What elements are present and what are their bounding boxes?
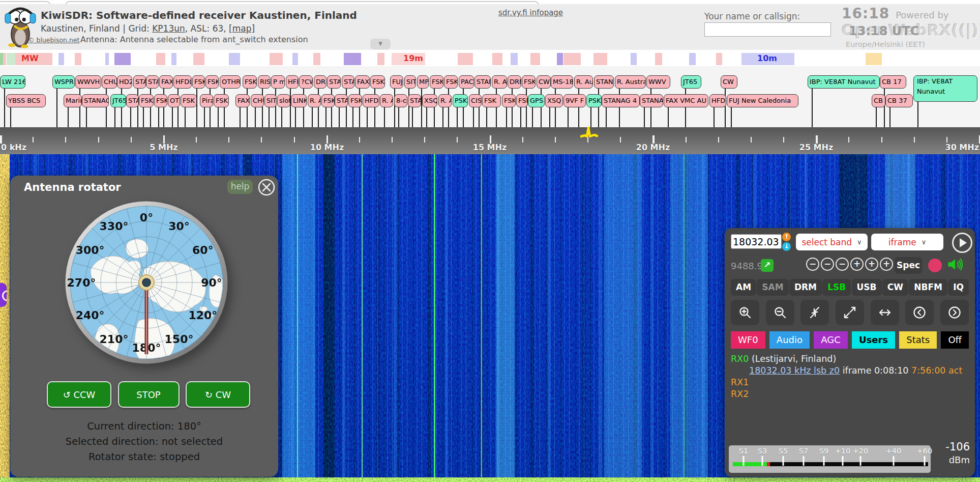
band-label-pill[interactable]: FSK bbox=[205, 75, 219, 89]
wf-fit-band-button[interactable] bbox=[871, 300, 899, 325]
band-label-pill[interactable]: STANAG bbox=[327, 75, 341, 89]
band-label-pill[interactable]: R. Australia bbox=[308, 94, 321, 107]
tuning-marker-icon[interactable] bbox=[580, 125, 602, 138]
band-label-pill[interactable]: FSK bbox=[430, 75, 443, 89]
band-label-pill[interactable]: SITOR bbox=[404, 75, 416, 89]
band-label-pill[interactable]: IBP: VE8AT Nunavut bbox=[808, 75, 880, 89]
band-label-pill[interactable]: FSK bbox=[321, 94, 335, 107]
band-label-pill[interactable]: XSQ bbox=[545, 94, 563, 107]
grid-link[interactable]: KP13un bbox=[152, 23, 185, 34]
band-label-pill[interactable]: OTHR bbox=[168, 94, 180, 107]
band-label-pill[interactable]: CHU bbox=[251, 94, 264, 107]
frequency-up-button[interactable]: ↑ bbox=[782, 233, 791, 241]
band-label-pill[interactable]: CIS bbox=[469, 94, 482, 107]
wf-zoom-out-button[interactable] bbox=[766, 300, 794, 325]
band-label-pill[interactable]: FSK bbox=[516, 94, 528, 107]
rotator-compass[interactable]: 0°30°60°90°120°150°180°210°240°270°300°3… bbox=[63, 199, 230, 366]
band-label-pill[interactable]: STANAG bbox=[408, 94, 421, 107]
band-label-pill[interactable]: Marine bbox=[64, 94, 82, 107]
rotate-ccw-button[interactable]: ↺ CCW bbox=[47, 381, 111, 408]
band-label-pill[interactable]: STANAG bbox=[342, 75, 354, 89]
band-label-pill[interactable]: STANAG bbox=[594, 75, 614, 89]
band-label-pill[interactable]: PACTOR bbox=[459, 75, 474, 89]
band-label-pill[interactable]: DRM bbox=[314, 75, 326, 89]
view-button-wf0[interactable]: WF0 bbox=[731, 331, 765, 349]
band-label-pill[interactable]: GPS bbox=[528, 94, 545, 107]
band-label-pill[interactable]: STANAG bbox=[126, 94, 139, 107]
band-label-pill[interactable]: STANAG 4 bbox=[602, 94, 640, 107]
band-label-pill[interactable]: OTHR bbox=[220, 75, 241, 89]
band-select-dropdown[interactable]: select band∨ bbox=[796, 234, 868, 250]
band-label-pill[interactable]: CW bbox=[537, 75, 551, 89]
band-label-pill[interactable]: STANAG bbox=[474, 75, 491, 89]
band-label-pill[interactable]: WWVH bbox=[75, 75, 101, 89]
band-label-pill[interactable]: FSK bbox=[348, 94, 362, 107]
band-label-pill[interactable]: HFD bbox=[286, 75, 299, 89]
band-label-pill[interactable]: CW bbox=[721, 75, 737, 89]
band-label-pill[interactable]: CB 37 bbox=[885, 94, 913, 107]
band-label-pill[interactable]: LINK bbox=[291, 94, 307, 107]
mode-button-iq[interactable]: IQ bbox=[948, 279, 969, 296]
view-button-agc[interactable]: AGC bbox=[814, 331, 848, 349]
zoom-out-max-icon[interactable]: − bbox=[806, 258, 819, 271]
bluebison-link[interactable]: © bluebison.net bbox=[28, 36, 79, 44]
play-button[interactable] bbox=[952, 233, 972, 253]
view-button-off[interactable]: Off bbox=[941, 331, 969, 349]
rx0-frequency-link[interactable]: 18032.03 kHz lsb z0 bbox=[749, 365, 840, 376]
close-button[interactable] bbox=[257, 178, 276, 196]
band-label-pill[interactable]: JT65 bbox=[110, 94, 126, 107]
band-label-pill[interactable]: JT65 bbox=[681, 75, 701, 89]
band-label-pill[interactable]: FSK bbox=[181, 94, 197, 107]
band-label-pill[interactable]: PSK bbox=[453, 94, 468, 107]
zoom-out-icon[interactable]: − bbox=[836, 258, 849, 271]
band-label-pill[interactable]: YBSS BCS bbox=[6, 94, 46, 107]
band-label-pill[interactable]: STANAG bbox=[82, 94, 109, 107]
spectrum-button[interactable]: Spec bbox=[895, 257, 922, 274]
band-label-pill[interactable]: SITOR bbox=[264, 94, 277, 107]
frequency-input[interactable] bbox=[731, 234, 782, 249]
band-label-pill[interactable]: slot bbox=[277, 94, 290, 107]
band-label-pill[interactable]: FAX bbox=[355, 75, 370, 89]
view-button-users[interactable]: Users bbox=[852, 331, 895, 349]
band-label-pill[interactable]: P mode bbox=[271, 75, 285, 89]
callsign-input[interactable] bbox=[704, 22, 831, 37]
band-label-pill[interactable]: CB bbox=[872, 94, 885, 107]
rotate-cw-button[interactable]: ↻ CW bbox=[186, 381, 250, 408]
band-label-pill[interactable]: ?CW bbox=[299, 75, 313, 89]
band-label-pill[interactable]: FSK bbox=[502, 94, 516, 107]
band-label-pill[interactable]: FUJ New Caledonia bbox=[727, 94, 798, 107]
band-label-pill[interactable]: HD2 bbox=[117, 75, 132, 89]
band-label-pill[interactable]: Pirate bbox=[200, 94, 213, 107]
band-label-pill[interactable]: R. Australia bbox=[574, 75, 593, 89]
wf-page-left-button[interactable] bbox=[905, 300, 934, 325]
band-label-pill[interactable]: HFDL bbox=[363, 94, 379, 107]
band-label-pill[interactable]: HFDL bbox=[173, 75, 192, 89]
band-label-pill[interactable]: DRM bbox=[508, 75, 521, 89]
mode-button-usb[interactable]: USB bbox=[852, 279, 882, 296]
band-label-pill[interactable]: STANAG bbox=[335, 94, 348, 107]
mode-button-cw[interactable]: CW bbox=[882, 279, 908, 296]
band-label-pill[interactable]: PSK bbox=[586, 94, 602, 107]
view-button-stats[interactable]: Stats bbox=[899, 331, 937, 349]
band-label-pill[interactable]: FAX bbox=[159, 75, 173, 89]
band-label-pill[interactable]: FSK bbox=[192, 75, 205, 89]
band-label-pill[interactable]: IBP: VE8AT Nunavut bbox=[913, 75, 977, 102]
band-label-pill[interactable]: FSK bbox=[139, 94, 154, 107]
zoom-in-icon[interactable]: + bbox=[850, 258, 864, 271]
mode-button-am[interactable]: AM bbox=[731, 279, 756, 296]
view-button-audio[interactable]: Audio bbox=[769, 331, 810, 349]
band-label-pill[interactable]: STANAG bbox=[146, 75, 159, 89]
wf-shrink-button[interactable] bbox=[800, 300, 829, 325]
band-label-pill[interactable]: HFD bbox=[709, 94, 726, 107]
map-link[interactable]: map bbox=[232, 23, 252, 34]
band-label-pill[interactable]: WSPR bbox=[52, 75, 75, 89]
band-label-pill[interactable]: WWV bbox=[646, 75, 670, 89]
frequency-down-button[interactable]: ↓ bbox=[782, 242, 791, 251]
extension-select-dropdown[interactable]: iframe∨ bbox=[871, 234, 943, 250]
band-label-pill[interactable]: 9VF F bbox=[563, 94, 586, 107]
band-label-pill[interactable]: R. Australia bbox=[380, 94, 393, 107]
band-label-pill[interactable]: MPT bbox=[417, 75, 429, 89]
mode-button-sam[interactable]: SAM bbox=[757, 279, 788, 296]
wf-page-right-button[interactable] bbox=[940, 300, 969, 325]
frequency-scale[interactable]: 0 kHz5 MHz10 MHz15 MHz20 MHz25 MHz30 MHz bbox=[0, 127, 980, 154]
